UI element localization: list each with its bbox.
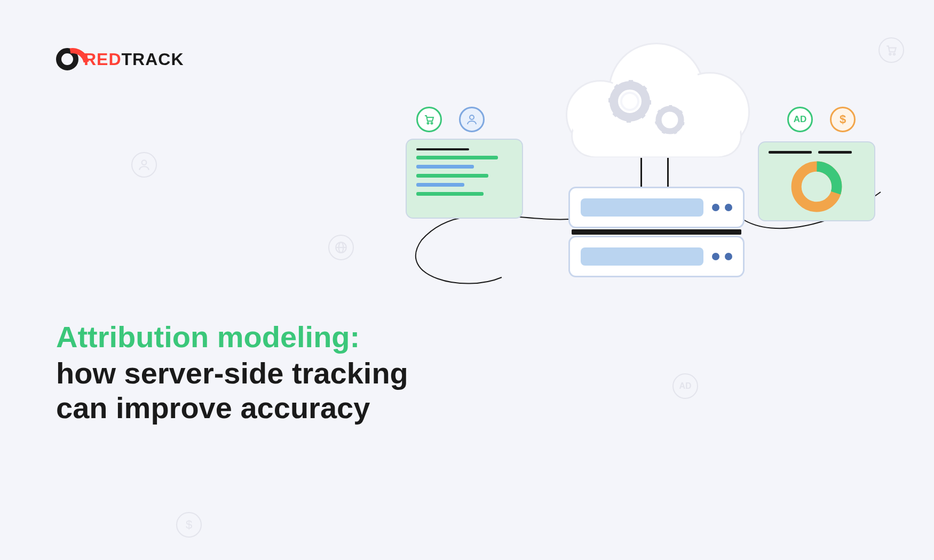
analytics-panel-donut (758, 141, 875, 221)
user-ghost-icon (131, 152, 157, 178)
svg-point-10 (664, 115, 675, 125)
dollar-badge: $ (830, 107, 856, 132)
donut-chart-icon (790, 160, 843, 213)
svg-point-14 (431, 123, 433, 124)
headline-line3: can improve accuracy (56, 391, 408, 425)
svg-point-0 (142, 160, 147, 165)
brand-logo: REDTRACK (56, 48, 184, 70)
user-badge-icon (459, 107, 485, 132)
cart-badge-icon (416, 107, 442, 132)
globe-ghost-icon (328, 235, 354, 260)
analytics-panel-bars (406, 139, 523, 219)
server-unit (568, 187, 745, 228)
ad-badge: AD (787, 107, 813, 132)
hero-illustration: AD $ (406, 37, 875, 315)
cloud-stem-left (640, 158, 642, 190)
logo-text: REDTRACK (84, 50, 184, 69)
headline-line1: Attribution modeling: (56, 320, 408, 354)
headline-line2: how server-side tracking (56, 356, 408, 390)
ad-ghost-icon: AD (672, 373, 698, 399)
ad-ghost-label: AD (679, 381, 691, 391)
logo-red: RED (84, 50, 122, 69)
svg-point-8 (622, 94, 637, 109)
cart-ghost-icon (878, 37, 904, 63)
svg-point-5 (893, 53, 895, 55)
cloud-stem-right (667, 158, 669, 190)
logo-track: TRACK (122, 50, 184, 69)
dollar-ghost-icon: $ (176, 512, 202, 538)
ad-badge-label: AD (794, 114, 807, 125)
gears-icon (598, 69, 705, 149)
svg-point-13 (428, 123, 429, 124)
page-headline: Attribution modeling: how server-side tr… (56, 320, 408, 425)
server-stack (568, 187, 745, 281)
server-unit (568, 236, 745, 277)
svg-point-15 (470, 115, 474, 119)
logo-mark-icon (56, 48, 78, 70)
dollar-badge-label: $ (840, 113, 846, 126)
dollar-ghost-label: $ (186, 518, 192, 532)
svg-point-4 (889, 53, 891, 55)
